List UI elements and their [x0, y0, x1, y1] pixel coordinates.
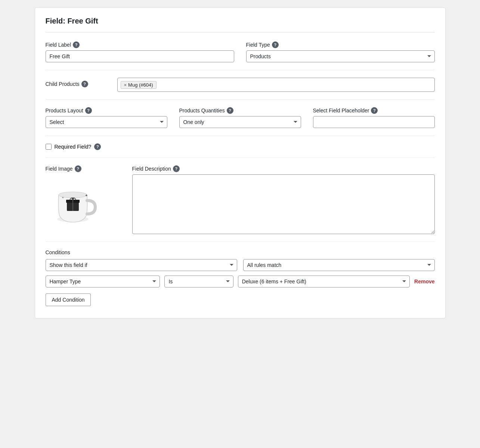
field-label-input[interactable]	[46, 50, 234, 62]
field-image-label-row: Field Image ?	[46, 165, 120, 172]
mug-image: ✦ ✦	[51, 178, 100, 227]
rule-field-select[interactable]: Hamper Type Order Total Quantity	[46, 276, 160, 287]
child-products-help-icon[interactable]: ?	[81, 81, 88, 87]
child-products-row: Child Products ? × Mug (#604)	[46, 78, 435, 92]
field-type-help-icon[interactable]: ?	[272, 41, 279, 48]
tag-remove-icon[interactable]: ×	[124, 82, 127, 88]
field-image-label: Field Image	[46, 166, 73, 172]
field-label-type-row: Field Label ? Field Type ? Products Text…	[46, 41, 435, 62]
child-products-label: Child Products	[46, 81, 80, 87]
products-quantities-help-icon[interactable]: ?	[227, 107, 233, 114]
field-form: Field: Free Gift Field Label ? Field Typ…	[35, 7, 446, 318]
products-layout-help-icon[interactable]: ?	[85, 107, 92, 114]
products-layout-select[interactable]: Select Grid List	[46, 116, 167, 128]
show-if-select[interactable]: Show this field if Hide this field if	[46, 259, 237, 271]
products-layout-label-row: Products Layout ?	[46, 107, 167, 114]
select-placeholder-input[interactable]	[313, 116, 435, 128]
add-condition-button[interactable]: Add Condition	[46, 293, 91, 306]
child-products-label-col: Child Products ?	[46, 78, 105, 92]
products-quantities-group: Products Quantities ? One only Multiple …	[179, 107, 301, 128]
divider-5	[46, 242, 435, 242]
divider-3	[46, 136, 435, 136]
page-title: Field: Free Gift	[46, 17, 435, 25]
divider-1	[46, 70, 435, 70]
layout-quantities-row: Products Layout ? Select Grid List Produ…	[46, 107, 435, 128]
field-image-help-icon[interactable]: ?	[75, 165, 81, 172]
conditions-section: Conditions Show this field if Hide this …	[46, 249, 435, 306]
field-type-label-row: Field Type ?	[246, 41, 435, 48]
tag-label: Mug (#604)	[128, 82, 153, 88]
conditions-label: Conditions	[46, 249, 435, 255]
rule-field-group: Hamper Type Order Total Quantity	[46, 276, 160, 287]
rule-operator-select[interactable]: Is Is not Contains	[164, 276, 233, 287]
required-field-checkbox[interactable]	[46, 144, 52, 150]
select-placeholder-group: Select Field Placeholder ?	[313, 107, 435, 128]
required-field-row: Required Field? ?	[46, 143, 435, 150]
field-image-area[interactable]: ✦ ✦	[46, 174, 105, 230]
svg-text:✦: ✦	[62, 196, 64, 199]
rule-row: Hamper Type Order Total Quantity Is Is n…	[46, 276, 435, 287]
top-divider	[46, 32, 435, 32]
field-description-help-icon[interactable]: ?	[173, 165, 180, 172]
field-label-help-icon[interactable]: ?	[73, 41, 80, 48]
child-product-tag: × Mug (#604)	[121, 81, 157, 89]
divider-4	[46, 158, 435, 158]
child-products-field[interactable]: × Mug (#604)	[117, 78, 435, 92]
field-description-label: Field Description	[132, 166, 171, 172]
products-quantities-select[interactable]: One only Multiple Fixed	[179, 116, 301, 128]
products-layout-label: Products Layout	[46, 108, 83, 113]
field-label-label-row: Field Label ?	[46, 41, 234, 48]
rule-operator-group: Is Is not Contains	[164, 276, 233, 287]
rules-match-group: All rules match Any rule matches	[243, 259, 435, 271]
select-placeholder-label: Select Field Placeholder	[313, 108, 369, 113]
show-if-group: Show this field if Hide this field if	[46, 259, 237, 271]
rule-value-group: Deluxe (6 items + Free Gift) Standard Pr…	[238, 276, 410, 287]
conditions-type-row: Show this field if Hide this field if Al…	[46, 259, 435, 271]
products-layout-group: Products Layout ? Select Grid List	[46, 107, 167, 128]
rule-value-select[interactable]: Deluxe (6 items + Free Gift) Standard Pr…	[238, 276, 410, 287]
required-field-label: Required Field?	[55, 144, 92, 150]
svg-text:✦: ✦	[85, 193, 88, 197]
divider-2	[46, 99, 435, 100]
field-description-group: Field Description ?	[132, 165, 435, 234]
remove-rule-button[interactable]: Remove	[414, 279, 434, 284]
required-field-help-icon[interactable]: ?	[94, 143, 101, 150]
child-products-label-row: Child Products ?	[46, 81, 105, 87]
field-type-group: Field Type ? Products Text Select Checkb…	[246, 41, 435, 62]
products-quantities-label: Products Quantities	[179, 108, 225, 113]
field-type-select[interactable]: Products Text Select Checkbox	[246, 50, 435, 62]
field-description-label-row: Field Description ?	[132, 165, 435, 172]
field-label-group: Field Label ?	[46, 41, 234, 62]
image-description-row: Field Image ?	[46, 165, 435, 234]
rules-match-select[interactable]: All rules match Any rule matches	[243, 259, 435, 271]
field-image-group: Field Image ?	[46, 165, 120, 230]
child-products-input-col: × Mug (#604)	[117, 78, 435, 92]
products-quantities-label-row: Products Quantities ?	[179, 107, 301, 114]
field-type-label: Field Type	[246, 42, 270, 48]
field-description-textarea[interactable]	[132, 174, 435, 234]
select-placeholder-help-icon[interactable]: ?	[371, 107, 378, 114]
svg-point-5	[72, 197, 74, 200]
select-placeholder-label-row: Select Field Placeholder ?	[313, 107, 435, 114]
field-label-label: Field Label	[46, 42, 71, 48]
